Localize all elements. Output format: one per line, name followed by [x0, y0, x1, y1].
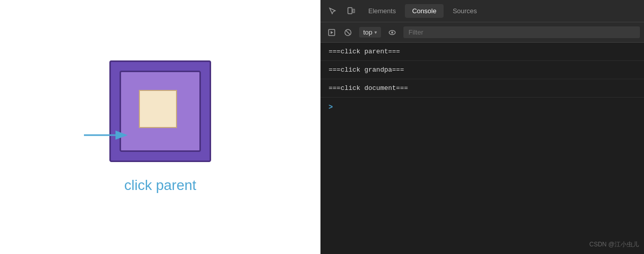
svg-point-9 [391, 31, 393, 34]
console-line-2-text: ===click grandpa=== [320, 61, 644, 79]
devtools-tabs-bar: Elements Console Sources [320, 0, 644, 22]
left-panel: click parent [0, 0, 320, 254]
inspect-icon[interactable] [325, 3, 341, 19]
run-icon[interactable] [325, 25, 339, 40]
no-icon[interactable] [341, 25, 355, 40]
filter-input[interactable] [403, 26, 640, 38]
demo-label: click parent [124, 177, 196, 194]
device-icon[interactable] [343, 3, 359, 19]
console-line-2: ===click grandpa=== [320, 61, 644, 79]
svg-line-7 [346, 30, 350, 35]
svg-rect-2 [348, 8, 352, 14]
console-line-3: ===click document=== [320, 79, 644, 98]
context-selector[interactable]: top ▾ [359, 27, 381, 38]
console-line-3-text: ===click document=== [320, 79, 644, 97]
console-output: ===click parent=== ===click grandpa=== =… [320, 43, 644, 254]
tab-elements[interactable]: Elements [361, 4, 403, 18]
console-line-1: ===click parent=== [320, 43, 644, 61]
svg-marker-5 [331, 31, 333, 34]
eye-icon[interactable] [385, 25, 399, 40]
chevron-down-icon: ▾ [374, 29, 377, 35]
arrow-container [81, 128, 132, 143]
devtools-toolbar: top ▾ [320, 22, 644, 43]
tab-sources[interactable]: Sources [446, 4, 484, 18]
devtools-panel: Elements Console Sources to [320, 0, 644, 254]
devtools-window: Elements Console Sources to [320, 0, 644, 254]
svg-rect-3 [353, 9, 355, 13]
attribution-text: CSDN @江小虫儿 [589, 240, 639, 249]
click-arrow-icon [81, 128, 132, 143]
console-line-1-text: ===click parent=== [320, 43, 644, 60]
box-demo [109, 60, 211, 162]
console-prompt[interactable]: > [320, 98, 644, 116]
child-box[interactable] [139, 90, 177, 128]
tab-console[interactable]: Console [405, 4, 444, 18]
prompt-symbol: > [329, 103, 333, 111]
context-selector-label: top [363, 28, 372, 36]
